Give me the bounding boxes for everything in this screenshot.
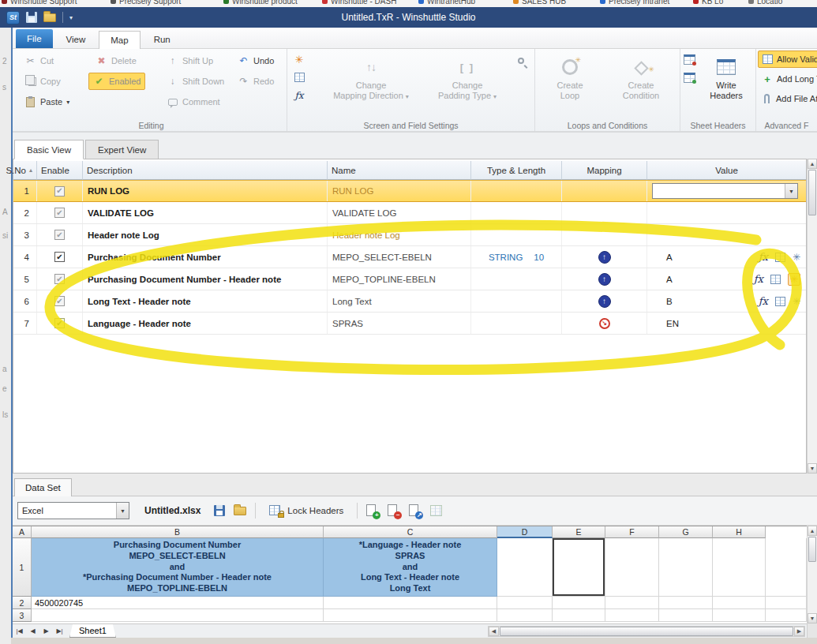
mapping-upload-icon[interactable]: ↑ (598, 273, 611, 286)
grid-column-header-e[interactable]: E (553, 526, 605, 538)
dropdown-arrow-icon[interactable]: ▼ (785, 184, 797, 198)
mapping-scrollbar[interactable]: ▲ ▼ (807, 159, 817, 474)
grid-cell-f1[interactable] (659, 538, 713, 597)
bookmark-item[interactable]: Winshuttle Support (2, 0, 77, 6)
shift-up-button[interactable]: ↑ Shift Up (163, 52, 217, 69)
enable-checkbox[interactable]: ✔ (54, 252, 65, 262)
grid-cell-a2[interactable]: 4500020745 (32, 597, 324, 609)
mapping-upload-icon[interactable]: ↑ (598, 251, 611, 264)
mapping-row[interactable]: 5✔Purchasing Document Number - Header no… (13, 268, 806, 290)
redo-button[interactable]: ↷ Redo (234, 73, 278, 90)
grid-field-icon[interactable] (292, 70, 306, 84)
grid-cell-d1[interactable] (553, 538, 605, 597)
sheet-tab-sheet1[interactable]: Sheet1 (69, 624, 116, 638)
first-sheet-icon[interactable]: |◀ (13, 627, 26, 635)
bookmark-item[interactable]: KB Lo (693, 0, 723, 6)
export-document-icon[interactable]: ↗ (409, 504, 422, 518)
grid-cell[interactable] (497, 609, 553, 622)
value-cell[interactable]: EN (647, 313, 806, 334)
fx-icon[interactable]: ƒx (759, 295, 768, 307)
bookmark-item[interactable]: Winshuttle product (223, 0, 298, 6)
add-document-icon[interactable]: + (366, 504, 379, 518)
grid-mapping-icon[interactable] (775, 253, 785, 262)
grid-cell-c1[interactable] (497, 538, 553, 597)
value-cell[interactable]: Aƒx✳ (647, 246, 806, 268)
grid-mapping-icon[interactable] (770, 275, 781, 284)
bookmark-item[interactable]: Locatio (748, 0, 782, 6)
mapping-row[interactable]: 2✔VALIDATE LOGVALIDATE LOG (13, 202, 806, 224)
value-cell[interactable]: Aƒx✳ (647, 268, 806, 290)
enable-checkbox[interactable]: ✔ (54, 230, 65, 240)
grid-row-number[interactable]: 2 (13, 597, 32, 609)
value-cell[interactable] (647, 224, 806, 245)
tab-basic-view[interactable]: Basic View (14, 140, 84, 159)
scroll-thumb[interactable] (808, 170, 816, 215)
grid-cell-c2[interactable] (497, 597, 553, 609)
comment-button[interactable]: Comment (163, 93, 224, 110)
write-headers-button[interactable]: Write Headers (699, 51, 753, 125)
grid-cell-b2[interactable] (324, 597, 497, 609)
grid-cell[interactable] (32, 609, 324, 622)
enable-checkbox[interactable]: ✔ (54, 274, 65, 284)
scroll-left-icon[interactable]: ◀ (489, 627, 499, 636)
grid-cell-f2[interactable] (659, 597, 713, 609)
mapping-row[interactable]: 7✔Language - Header noteSPRAS↘EN (13, 313, 806, 335)
quick-open-icon[interactable] (43, 13, 56, 22)
grid-column-header-f[interactable]: F (605, 526, 659, 538)
asterisk-icon[interactable]: ✳ (793, 297, 800, 306)
scroll-down-icon[interactable]: ▼ (808, 463, 817, 474)
scroll-thumb[interactable] (808, 537, 816, 562)
column-header-mapping[interactable]: Mapping (562, 161, 647, 180)
cut-button[interactable]: ✂ Cut (21, 52, 58, 69)
change-padding-type-button[interactable]: [ ] Change Padding Type ▾ (423, 51, 512, 125)
mapping-row[interactable]: 1✔RUN LOGRUN LOG▼ (13, 180, 806, 202)
mapping-row[interactable]: 3✔Header note LogHeader note Log (13, 224, 806, 246)
asterisk-icon-highlight[interactable]: ✳ (788, 273, 800, 286)
mapping-row[interactable]: 4✔Purchasing Document NumberMEPO_SELECT-… (13, 246, 806, 268)
next-sheet-icon[interactable]: ▶ (39, 627, 53, 635)
scroll-right-icon[interactable]: ▶ (794, 627, 804, 636)
bookmark-item[interactable]: Precisely Support (111, 0, 181, 6)
grid-cell[interactable] (605, 609, 659, 622)
grid-column-header-c[interactable]: C (324, 526, 497, 538)
remove-document-icon[interactable]: − (388, 504, 400, 518)
grid-cell-h1[interactable] (766, 538, 807, 597)
tab-data-set[interactable]: Data Set (14, 478, 72, 496)
prev-sheet-icon[interactable]: ◀ (26, 627, 39, 635)
create-loop-button[interactable]: Create Loop (540, 51, 600, 125)
mapping-upload-icon[interactable]: ↑ (598, 295, 611, 308)
grid-cell-e1[interactable] (605, 538, 659, 597)
grid-cell[interactable] (324, 609, 497, 622)
undo-button[interactable]: ↶ Undo (234, 52, 278, 69)
mapping-row[interactable]: 6✔Long Text - Header noteLong Text↑Bƒx✳ (13, 290, 806, 313)
add-file-attachment-button[interactable]: Add File At (758, 90, 817, 107)
open-workbook-icon[interactable] (234, 507, 246, 515)
column-header-value[interactable]: Value (647, 161, 806, 180)
scroll-up-icon[interactable]: ▲ (808, 159, 817, 169)
column-header-type-length[interactable]: Type & Length (471, 161, 562, 180)
grid-row-number[interactable]: 1 (13, 538, 32, 597)
asterisk-icon[interactable]: ✳ (793, 253, 800, 262)
magnifier-icon[interactable] (514, 54, 528, 68)
bookmark-item[interactable]: WintranetHub (418, 0, 475, 6)
dropdown-arrow-icon[interactable]: ▼ (116, 503, 129, 519)
grid-cell-h2[interactable] (766, 597, 807, 609)
fx-icon[interactable]: ƒx (754, 273, 763, 285)
clear-headers-small-icon[interactable] (682, 70, 696, 84)
grid-column-header-d[interactable]: D (497, 526, 553, 538)
tab-file[interactable]: File (16, 29, 53, 48)
delete-button[interactable]: ✖ Delete (92, 52, 141, 69)
grid-cell[interactable] (766, 609, 807, 622)
grid-column-header-h[interactable]: H (713, 526, 766, 538)
enable-checkbox[interactable]: ✔ (54, 296, 65, 306)
column-header-description[interactable]: Description (83, 161, 328, 180)
tab-run[interactable]: Run (143, 30, 182, 48)
grid-mapping-icon[interactable] (775, 297, 785, 306)
column-header-enable[interactable]: Enable (37, 161, 83, 180)
fx-icon[interactable]: ƒx (759, 251, 768, 263)
value-cell[interactable]: ▼ (647, 181, 806, 201)
column-header-name[interactable]: Name (328, 161, 471, 180)
grid-cell[interactable] (659, 609, 713, 622)
last-sheet-icon[interactable]: ▶| (53, 627, 66, 635)
grid-cell-g2[interactable] (713, 597, 766, 609)
